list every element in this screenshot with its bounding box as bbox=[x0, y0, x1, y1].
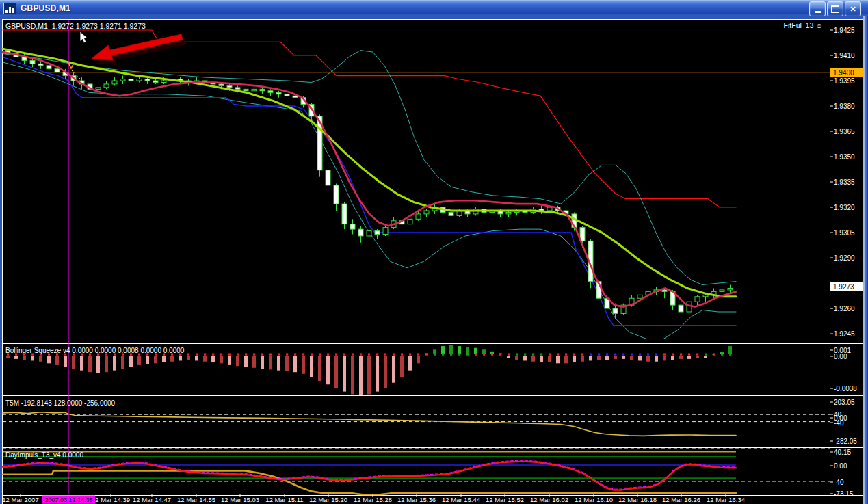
squeeze-histogram-bar bbox=[556, 356, 560, 363]
squeeze-dot bbox=[343, 354, 345, 356]
squeeze-histogram-bar bbox=[343, 356, 346, 392]
candle-body bbox=[350, 224, 355, 229]
indicator-tick-label: 0.00 bbox=[834, 353, 847, 360]
candle-body bbox=[695, 297, 700, 302]
squeeze-dot bbox=[196, 354, 198, 356]
squeeze-histogram-bar bbox=[597, 356, 601, 360]
candle-body bbox=[227, 85, 232, 87]
squeeze-dot bbox=[286, 354, 288, 356]
candle-body bbox=[96, 88, 101, 89]
squeeze-dot bbox=[573, 354, 575, 356]
squeeze-histogram-bar bbox=[433, 349, 436, 354]
squeeze-dot bbox=[245, 354, 247, 356]
squeeze-histogram-bar bbox=[646, 356, 650, 362]
candle-body bbox=[637, 295, 642, 298]
squeeze-histogram-bar bbox=[482, 349, 486, 354]
squeeze-histogram-bar bbox=[121, 356, 124, 369]
time-label: 12 Mar 15:28 bbox=[354, 496, 392, 503]
squeeze-histogram-bar bbox=[23, 356, 26, 360]
candle-body bbox=[547, 207, 552, 211]
squeeze-dot bbox=[466, 354, 469, 356]
support-step-line bbox=[3, 57, 736, 326]
candle-body bbox=[276, 92, 281, 94]
squeeze-dot bbox=[220, 354, 222, 356]
squeeze-dot bbox=[508, 354, 510, 356]
time-label: 12 Mar 2007 bbox=[2, 496, 38, 503]
squeeze-dot bbox=[335, 354, 337, 356]
squeeze-dot bbox=[450, 354, 452, 356]
mouse-cursor[interactable] bbox=[80, 31, 88, 43]
squeeze-histogram-bar bbox=[474, 348, 477, 354]
candle-body bbox=[137, 79, 142, 81]
price-tick-label: 1.9365 bbox=[834, 128, 855, 135]
squeeze-histogram-bar bbox=[564, 356, 568, 363]
candle-body bbox=[145, 79, 150, 81]
squeeze-dot bbox=[713, 354, 715, 356]
time-label: 12 Mar 14:39 bbox=[92, 496, 130, 503]
squeeze-histogram-bar bbox=[277, 356, 280, 371]
squeeze-histogram-bar bbox=[359, 356, 363, 395]
squeeze-histogram-bar bbox=[466, 347, 469, 354]
candle-body bbox=[358, 229, 363, 236]
squeeze-histogram-bar bbox=[146, 356, 149, 364]
squeeze-dot bbox=[401, 354, 403, 356]
squeeze-dot bbox=[672, 354, 674, 356]
squeeze-histogram-bar bbox=[244, 356, 248, 367]
squeeze-dot bbox=[590, 354, 592, 356]
squeeze-histogram-bar bbox=[638, 356, 642, 360]
watermark-label: FitFul_13 ☺ bbox=[784, 21, 823, 29]
squeeze-histogram-bar bbox=[704, 356, 707, 358]
candle-body bbox=[375, 231, 380, 235]
chart-canvas[interactable]: 1.94251.94101.93951.93801.93651.93501.93… bbox=[0, 0, 868, 504]
squeeze-histogram-bar bbox=[679, 356, 683, 359]
candle-body bbox=[662, 290, 667, 291]
squeeze-dot bbox=[475, 354, 477, 356]
squeeze-histogram-bar bbox=[581, 356, 584, 362]
squeeze-dot bbox=[311, 354, 313, 356]
squeeze-histogram-bar bbox=[540, 356, 543, 362]
squeeze-histogram-bar bbox=[728, 346, 732, 354]
candle-body bbox=[408, 219, 412, 224]
candle-body bbox=[120, 79, 125, 81]
squeeze-dot bbox=[549, 354, 551, 356]
squeeze-dot bbox=[688, 354, 690, 356]
candle-body bbox=[679, 305, 683, 312]
indicator-label-dayimpuls: DayImpuls_T3_v4 0.0000 bbox=[5, 451, 83, 459]
indicator-tick-label: -73.15 bbox=[834, 490, 854, 498]
squeeze-dot bbox=[499, 354, 501, 356]
squeeze-dot bbox=[376, 354, 378, 356]
squeeze-histogram-bar bbox=[113, 356, 116, 371]
squeeze-histogram-bar bbox=[326, 356, 330, 384]
squeeze-histogram-bar bbox=[47, 356, 51, 363]
squeeze-histogram-bar bbox=[687, 356, 691, 359]
squeeze-dot bbox=[269, 354, 272, 356]
candle-body bbox=[728, 288, 733, 289]
squeeze-histogram-bar bbox=[64, 356, 67, 367]
candle-body bbox=[326, 170, 330, 185]
price-tick-label: 1.9260 bbox=[834, 305, 855, 313]
squeeze-dot bbox=[557, 354, 559, 356]
price-tick-label: 1.9350 bbox=[834, 153, 855, 161]
squeeze-histogram-bar bbox=[589, 356, 592, 360]
tsm-line bbox=[3, 412, 736, 436]
squeeze-histogram-bar bbox=[334, 356, 338, 388]
squeeze-dot bbox=[524, 354, 526, 356]
squeeze-histogram-bar bbox=[515, 356, 518, 360]
squeeze-histogram-bar bbox=[228, 356, 231, 365]
squeeze-dot bbox=[434, 354, 436, 356]
squeeze-histogram-bar bbox=[671, 356, 674, 360]
price-tick-label: 1.9305 bbox=[834, 229, 855, 237]
squeeze-dot bbox=[261, 354, 263, 356]
indicator-tick-label: 40.15 bbox=[834, 449, 851, 456]
candle-body bbox=[47, 66, 51, 69]
squeeze-dot bbox=[540, 354, 542, 356]
candle-body bbox=[104, 84, 109, 88]
squeeze-histogram-bar bbox=[548, 356, 551, 362]
squeeze-histogram-bar bbox=[605, 356, 609, 360]
squeeze-dot bbox=[360, 354, 362, 356]
price-tick-label: 1.9245 bbox=[834, 330, 855, 338]
candle-body bbox=[260, 89, 265, 90]
squeeze-histogram-bar bbox=[655, 356, 658, 362]
squeeze-histogram-bar bbox=[220, 356, 223, 363]
squeeze-histogram-bar bbox=[195, 356, 198, 360]
